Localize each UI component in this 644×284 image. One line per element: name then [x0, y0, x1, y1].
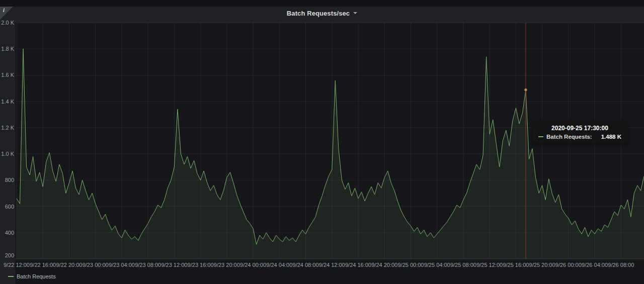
- y-axis-tick-label: 800: [0, 177, 14, 183]
- legend-series-label: Batch Requests: [17, 273, 56, 279]
- tooltip-series-label: Batch Requests:: [546, 134, 592, 140]
- y-axis-tick-label: 1.8 K: [0, 46, 14, 52]
- y-axis-tick-label: 2.0 K: [0, 20, 14, 26]
- y-axis-tick-label: 400: [0, 230, 14, 236]
- hover-point-marker: [524, 88, 527, 91]
- y-axis-tick-label: 600: [0, 204, 14, 210]
- legend-item-batch-requests[interactable]: Batch Requests: [8, 273, 56, 279]
- y-axis-tick-label: 1.2 K: [0, 125, 14, 131]
- tooltip: 2020-09-25 17:30:00 Batch Requests: 1.48…: [532, 121, 627, 144]
- y-axis-tick-label: 1.0 K: [0, 151, 14, 157]
- tooltip-timestamp: 2020-09-25 17:30:00: [538, 125, 621, 132]
- tooltip-value: 1.488 K: [601, 134, 621, 140]
- x-axis-tick-label: 9/26 08:00: [603, 262, 638, 268]
- y-axis-tick-label: 1.6 K: [0, 72, 14, 78]
- series-color-dash-icon: [538, 136, 543, 137]
- y-axis-tick-label: 200: [0, 252, 14, 258]
- legend-series-dash-icon: [8, 276, 14, 277]
- y-axis-tick-label: 1.4 K: [0, 99, 14, 105]
